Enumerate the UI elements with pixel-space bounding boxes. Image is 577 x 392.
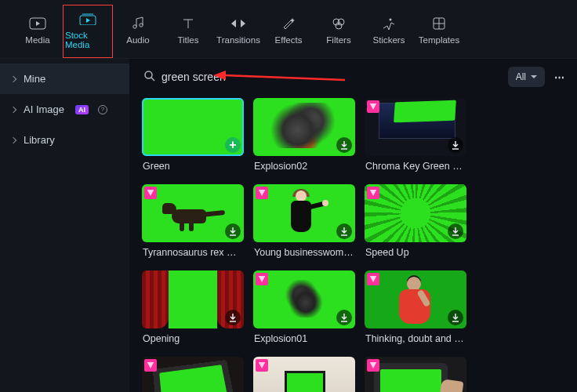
toolbar-label: Audio xyxy=(126,35,149,45)
favorite-icon xyxy=(367,100,379,113)
search-wrap xyxy=(142,67,500,87)
toolbar-label: Effects xyxy=(275,35,303,45)
media-icon xyxy=(29,16,46,31)
download-icon[interactable] xyxy=(336,137,352,153)
result-item[interactable] xyxy=(365,357,466,392)
toolbar-media[interactable]: Media xyxy=(13,5,63,58)
result-caption: Explosion01 xyxy=(253,328,355,352)
thumbnail[interactable] xyxy=(365,357,466,392)
more-menu-button[interactable]: ⋯ xyxy=(553,68,568,86)
toolbar-stock-media[interactable]: Stock Media xyxy=(63,5,113,58)
download-icon[interactable] xyxy=(225,223,241,239)
sidebar-item-ai-image[interactable]: AI Image AI ? xyxy=(0,94,129,125)
thumbnail[interactable] xyxy=(365,270,466,328)
result-caption: Young businesswoman presenting xyxy=(253,242,355,266)
toolbar-label: Stickers xyxy=(373,35,405,45)
result-caption: Green xyxy=(142,156,244,180)
thumbnail[interactable] xyxy=(253,98,355,156)
thumbnail[interactable] xyxy=(253,270,355,328)
ai-badge: AI xyxy=(75,105,89,114)
toolbar-effects[interactable]: Effects xyxy=(263,5,314,58)
result-item[interactable]: Explosion01 xyxy=(253,270,355,352)
toolbar-stickers[interactable]: Stickers xyxy=(364,5,414,58)
result-item[interactable]: Speed Up xyxy=(365,184,466,266)
toolbar-label: Stock Media xyxy=(65,31,111,49)
thumbnail[interactable]: + xyxy=(142,98,244,156)
transitions-icon xyxy=(230,16,247,31)
toolbar-label: Media xyxy=(25,35,49,45)
favorite-icon xyxy=(144,359,157,372)
toolbar-label: Transitions xyxy=(216,35,260,45)
thumbnail[interactable] xyxy=(142,357,244,392)
favorite-icon xyxy=(256,187,268,199)
sidebar: Mine AI Image AI ? Library xyxy=(0,59,129,392)
toolbar-label: Titles xyxy=(177,35,198,45)
result-item[interactable] xyxy=(142,357,244,392)
search-row: All ⋯ xyxy=(142,67,568,87)
sidebar-item-library[interactable]: Library xyxy=(0,125,129,155)
download-icon[interactable] xyxy=(448,310,463,325)
svg-marker-1 xyxy=(36,21,40,26)
result-item[interactable]: Opening xyxy=(142,270,244,352)
filter-label: All xyxy=(516,71,526,82)
favorite-icon xyxy=(256,273,268,285)
favorite-icon xyxy=(367,187,379,199)
favorite-icon xyxy=(367,359,379,372)
download-icon[interactable] xyxy=(448,137,463,153)
svg-marker-2 xyxy=(86,18,90,23)
chevron-right-icon xyxy=(10,75,16,82)
chevron-right-icon xyxy=(10,106,16,112)
toolbar-titles[interactable]: Titles xyxy=(163,5,213,58)
download-icon[interactable] xyxy=(225,310,241,325)
chevron-down-icon xyxy=(531,75,537,78)
toolbar-audio[interactable]: Audio xyxy=(113,5,163,58)
thumbnail[interactable] xyxy=(142,270,244,328)
result-item[interactable]: Explosion02 xyxy=(253,98,355,180)
add-icon[interactable]: + xyxy=(225,137,241,153)
svg-point-8 xyxy=(390,19,392,21)
effects-icon xyxy=(280,16,297,31)
favorite-icon xyxy=(144,187,157,199)
chevron-right-icon xyxy=(10,136,16,143)
filters-icon xyxy=(330,16,347,31)
filter-dropdown[interactable]: All xyxy=(508,67,545,87)
download-icon[interactable] xyxy=(448,223,463,239)
download-icon[interactable] xyxy=(336,223,352,239)
result-caption: Thinking, doubt and focus xyxy=(365,328,466,352)
result-item[interactable]: + Green xyxy=(142,98,244,180)
result-item[interactable]: Thinking, doubt and focus xyxy=(365,270,466,352)
main-panel: All ⋯ + Green Explosion02 xyxy=(129,59,577,392)
thumbnail[interactable] xyxy=(253,357,355,392)
thumbnail[interactable] xyxy=(142,184,244,242)
result-item[interactable]: Tyrannosaurus rex Walking xyxy=(142,184,244,266)
svg-point-10 xyxy=(145,71,152,78)
toolbar-transitions[interactable]: Transitions xyxy=(213,5,263,58)
result-item[interactable]: Young businesswoman presenting xyxy=(253,184,355,266)
stock-media-icon xyxy=(79,12,96,26)
result-caption: Opening xyxy=(142,328,244,352)
sidebar-item-label: AI Image xyxy=(24,103,64,115)
thumbnail[interactable] xyxy=(365,184,466,242)
thumbnail[interactable] xyxy=(253,184,355,242)
download-icon[interactable] xyxy=(336,310,352,325)
toolbar-label: Templates xyxy=(419,35,459,45)
sidebar-item-mine[interactable]: Mine xyxy=(0,64,129,94)
sidebar-item-label: Library xyxy=(24,134,55,146)
results-grid[interactable]: + Green Explosion02 Chr xyxy=(142,98,568,392)
toolbar-label: Filters xyxy=(326,35,350,45)
search-icon xyxy=(143,70,155,84)
search-input[interactable] xyxy=(161,71,499,83)
titles-icon xyxy=(180,16,197,31)
audio-icon xyxy=(129,16,147,31)
toolbar-filters[interactable]: Filters xyxy=(314,5,364,58)
result-item[interactable] xyxy=(253,357,355,392)
stickers-icon xyxy=(380,16,397,31)
help-icon[interactable]: ? xyxy=(98,105,107,114)
favorite-icon xyxy=(367,273,379,285)
result-caption: Chroma Key Green screen city billboard xyxy=(365,156,466,180)
thumbnail[interactable] xyxy=(365,98,466,156)
favorite-icon xyxy=(256,359,268,372)
result-item[interactable]: Chroma Key Green screen city billboard xyxy=(365,98,466,180)
toolbar-templates[interactable]: Templates xyxy=(414,5,464,58)
templates-icon xyxy=(430,16,448,31)
